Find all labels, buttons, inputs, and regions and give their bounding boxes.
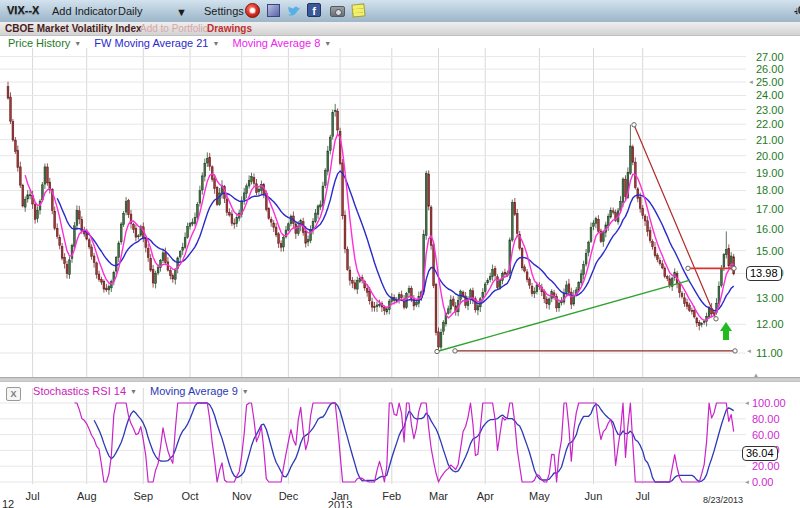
camera-icon[interactable] [330, 6, 345, 17]
indicator-axis-tick: 100.00 [752, 397, 786, 409]
x-axis-month-label: Jun [585, 490, 603, 502]
x-axis-month-label: Feb [382, 490, 401, 502]
period-select[interactable]: Daily [118, 5, 142, 17]
x-axis-year-label: 12 [2, 498, 14, 508]
facebook-icon[interactable]: f [307, 3, 321, 17]
symbol-subbar: CBOE Market Volatility Index Add to Port… [0, 22, 800, 36]
twitter-icon[interactable] [287, 4, 302, 19]
price-axis-tick: 25.00 [756, 76, 784, 88]
indicator-axis-tick: 60.00 [752, 429, 780, 441]
indicator-axis-tick: 80.00 [752, 413, 780, 425]
period-caret-icon[interactable]: ▼ [176, 6, 187, 18]
x-axis-month-label: Aug [77, 490, 97, 502]
axis-scroll-icon[interactable]: ◄ [744, 400, 750, 406]
price-axis-tick: 18.00 [756, 184, 784, 196]
axis-scroll-icon[interactable]: ◄ [744, 479, 750, 485]
indicator-axis-tick: 20.00 [752, 460, 780, 472]
main-chart-legend: Price History▼ FW Moving Average 21▼ Mov… [8, 37, 341, 49]
notes-icon[interactable] [351, 3, 365, 17]
chevron-down-icon[interactable]: ▼ [130, 388, 137, 395]
chevron-down-icon[interactable]: ▼ [242, 388, 249, 395]
price-axis-tick: 22.00 [756, 118, 784, 130]
price-axis-tick: 20.00 [756, 150, 784, 162]
x-axis-month-label: May [529, 490, 550, 502]
price-axis-tick: 23.00 [756, 104, 784, 116]
price-axis-tick: 17.00 [756, 203, 784, 215]
moving-average-8-dropdown[interactable]: Moving Average 8 [232, 37, 320, 49]
alert-clock-icon[interactable] [245, 3, 260, 18]
lower-panel-legend: X Stochastics RSI 14▼ Moving Average 9▼ [6, 385, 259, 401]
axis-scroll-icon[interactable]: ◄ [748, 79, 754, 85]
app-window: VIX--X Add Indicator Daily ▼ Settings f … [0, 0, 800, 508]
price-axis-tick: 15.00 [756, 245, 784, 257]
main-price-chart[interactable] [0, 44, 746, 380]
price-axis-tick: 13.00 [756, 292, 784, 304]
x-axis-month-label: Oct [181, 490, 198, 502]
moving-average-9-dropdown[interactable]: Moving Average 9 [150, 385, 238, 397]
chevron-down-icon[interactable]: ▼ [74, 40, 81, 47]
x-axis-month-label: Jul [26, 490, 40, 502]
price-axis-tick: 26.00 [756, 63, 784, 75]
x-axis-month-label: Sep [134, 490, 154, 502]
price-axis-tick: 16.00 [756, 223, 784, 235]
symbol-label[interactable]: VIX--X [7, 4, 39, 16]
price-axis-tick: 27.00 [756, 51, 784, 63]
indicator-axis-tick: 0.00 [752, 476, 773, 488]
axis-scroll-icon[interactable]: ◄ [746, 348, 752, 354]
settings-button[interactable]: Settings [204, 5, 244, 17]
last-price-badge: 13.98 [746, 266, 782, 281]
symbol-description: CBOE Market Volatility Index [5, 23, 142, 34]
close-indicator-button[interactable]: X [6, 387, 21, 401]
x-axis-year-label: 2013 [328, 499, 352, 508]
add-indicator-button[interactable]: Add Indicator [52, 5, 117, 17]
fw-moving-average-21-dropdown[interactable]: FW Moving Average 21 [94, 37, 208, 49]
toolbar: VIX--X Add Indicator Daily ▼ Settings f … [0, 0, 800, 23]
add-to-portfolio-link[interactable]: Add to Portfolio [140, 23, 208, 34]
cube-icon[interactable] [267, 4, 280, 17]
x-axis-month-label: Jul [636, 490, 650, 502]
splitter-handle-icon[interactable]: ▲ [753, 372, 759, 378]
chevron-down-icon[interactable]: ▼ [324, 40, 331, 47]
price-axis-tick: 12.00 [756, 318, 784, 330]
x-axis-month-label: Nov [232, 490, 252, 502]
price-axis-tick: 11.00 [756, 347, 783, 359]
x-axis-month-label: Dec [279, 490, 299, 502]
price-axis-tick: 24.00 [756, 89, 784, 101]
stochastics-rsi-dropdown[interactable]: Stochastics RSI 14 [33, 385, 126, 397]
x-axis-month-label: Mar [429, 490, 448, 502]
x-axis-end-date: 8/23/2013 [703, 495, 743, 505]
indicator-value-badge: 36.04 [742, 446, 778, 461]
price-history-dropdown[interactable]: Price History [8, 37, 70, 49]
price-axis-tick: 19.00 [756, 167, 784, 179]
chevron-down-icon[interactable]: ▼ [212, 40, 219, 47]
x-axis-month-label: Apr [477, 490, 494, 502]
price-axis-tick: 21.00 [756, 134, 784, 146]
drawings-link[interactable]: Drawings [207, 23, 252, 34]
panel-splitter[interactable] [0, 377, 800, 382]
